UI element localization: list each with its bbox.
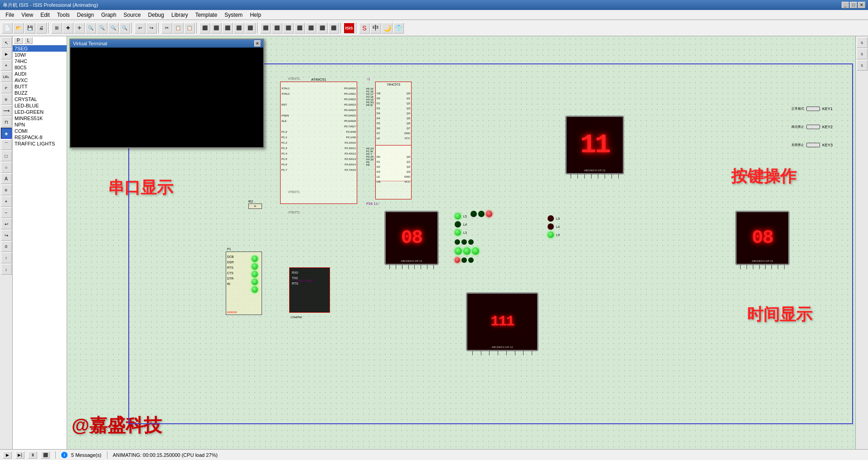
comp-item-npn[interactable]: NPN (13, 121, 67, 128)
tb-print[interactable]: 🖨 (36, 23, 47, 34)
tool-zoom-minus[interactable]: − (1, 207, 12, 218)
tb-block[interactable]: ⬛ (199, 23, 210, 34)
comp-item-respack[interactable]: RESPACK-8 (13, 134, 67, 140)
comp-item-audi[interactable]: AUDI (13, 71, 67, 77)
tool-rect[interactable]: □ (1, 150, 12, 161)
tb-moon[interactable]: 🌙 (382, 23, 393, 34)
tool-num[interactable]: 0 (1, 241, 12, 252)
menu-library[interactable]: Library (168, 11, 192, 19)
comp-item-butt[interactable]: BUTT (13, 83, 67, 90)
tb-paste[interactable]: 📋 (184, 23, 195, 34)
schematic-canvas[interactable]: Virtual Terminal ✕ AT89C51 XTAL1XTAL2RST… (67, 36, 855, 449)
tb-copy[interactable]: 📋 (173, 23, 184, 34)
tb-save[interactable]: 💾 (24, 23, 35, 34)
close-btn[interactable]: ✕ (858, 2, 865, 8)
menu-help[interactable]: Help (246, 11, 265, 19)
tool-label[interactable]: LBL (1, 71, 12, 82)
tl-brown1 (461, 257, 467, 263)
tb-probe5[interactable]: ⬛ (305, 23, 316, 34)
comp-item-minres[interactable]: MINRES51K (13, 115, 67, 121)
tool-up[interactable]: ↑ (1, 252, 12, 263)
stop-btn[interactable]: ⬛ (41, 451, 50, 459)
menu-view[interactable]: View (18, 11, 37, 19)
tb-block3[interactable]: ⬛ (222, 23, 233, 34)
comp-item-avxc[interactable]: AVXC (13, 77, 67, 83)
tb-redo[interactable]: ↪ (146, 23, 157, 34)
tb-move[interactable]: ✛ (74, 23, 85, 34)
tb-add[interactable]: ✚ (63, 23, 73, 34)
u5tex: #TEXT1 (288, 77, 300, 80)
rt-btn2[interactable]: S (857, 48, 868, 59)
menu-template[interactable]: Template (192, 11, 221, 19)
menu-file[interactable]: File (2, 11, 18, 19)
step-btn[interactable]: ▶| (15, 451, 24, 459)
tool-undo[interactable]: ↩ (1, 218, 12, 229)
tb-open[interactable]: 📂 (13, 23, 24, 34)
tb-probe2[interactable]: ⬛ (272, 23, 282, 34)
comp-item-7seg[interactable]: 7SEG (13, 45, 67, 52)
tb-probe6[interactable]: ⬛ (317, 23, 328, 34)
play-btn[interactable]: ▶ (3, 451, 12, 459)
comp-item-80c5[interactable]: 80C5 (13, 64, 67, 71)
menu-design[interactable]: Design (73, 11, 97, 19)
comp-item-led-blue[interactable]: LED-BLUE (13, 102, 67, 109)
comp-item-10w[interactable]: 10W/ (13, 52, 67, 58)
tb-new[interactable]: 📄 (2, 23, 13, 34)
menu-system[interactable]: System (221, 11, 246, 19)
tool-bus[interactable]: ≡ (1, 94, 12, 105)
comp-item-74hc[interactable]: 74HC (13, 58, 67, 64)
tb-undo[interactable]: ↩ (135, 23, 145, 34)
tb-probe3[interactable]: ⬛ (283, 23, 294, 34)
comp-item-led-green[interactable]: LED-GREEN (13, 109, 67, 115)
tool-redo[interactable]: ↪ (1, 230, 12, 241)
menu-edit[interactable]: Edit (37, 11, 53, 19)
rt-btn1[interactable]: S (857, 37, 868, 48)
tb-block2[interactable]: ⬛ (211, 23, 222, 34)
tb-s1[interactable]: S (359, 23, 370, 34)
minimize-btn[interactable]: _ (842, 2, 849, 8)
rt-btn3[interactable]: S (857, 60, 868, 71)
comp-item-traffic[interactable]: TRAFFIC LIGHTS (13, 140, 67, 147)
tool-pin[interactable]: ⊓ (1, 116, 12, 127)
menu-graph[interactable]: Graph (97, 11, 120, 19)
tool-symbol[interactable]: ≡ (1, 184, 12, 195)
u1-label: ↑1 (366, 77, 370, 81)
tool-select[interactable]: ↖ (1, 37, 12, 48)
comp-l-btn[interactable]: L (24, 37, 33, 44)
tb-zoom-area[interactable]: 🔍 (119, 23, 130, 34)
tb-block4[interactable]: ⬛ (233, 23, 244, 34)
tb-zoom-out[interactable]: 🔍 (97, 23, 107, 34)
tb-probe[interactable]: ⬛ (260, 23, 271, 34)
tb-zoom-fit[interactable]: 🔍 (108, 23, 119, 34)
menu-tools[interactable]: Tools (53, 11, 73, 19)
menu-source[interactable]: Source (120, 11, 145, 19)
tb-probe4[interactable]: ⬛ (294, 23, 305, 34)
tb-grid[interactable]: ⊞ (51, 23, 62, 34)
tb-shirt[interactable]: 👕 (393, 23, 404, 34)
tb-zh[interactable]: 中 (370, 23, 381, 34)
tb-cut[interactable]: ✂ (161, 23, 172, 34)
tool-circle[interactable]: ○ (1, 162, 12, 173)
pause-btn[interactable]: ⏸ (28, 451, 37, 459)
tb-probe7[interactable]: ⬛ (328, 23, 339, 34)
tool-place[interactable]: ◈ (1, 128, 12, 139)
tool-down[interactable]: ↓ (1, 264, 12, 275)
comp-item-crystal[interactable]: CRYSTAL (13, 96, 67, 102)
tool-component[interactable]: ▶ (1, 48, 12, 59)
tool-arc[interactable]: ⌒ (1, 139, 12, 150)
vterm-close-btn[interactable]: ✕ (254, 40, 261, 47)
tool-zoom-plus[interactable]: + (1, 196, 12, 207)
tb-zoom-in[interactable]: 🔍 (85, 23, 96, 34)
tool-wire[interactable]: ⟶ (1, 105, 12, 116)
menu-debug[interactable]: Debug (145, 11, 168, 19)
maximize-btn[interactable]: □ (850, 2, 857, 8)
tool-text2[interactable]: A (1, 173, 12, 184)
tool-junction[interactable]: + (1, 60, 12, 71)
comp-item-comi[interactable]: COMI (13, 128, 67, 134)
component-list[interactable]: 7SEG 10W/ 74HC 80C5 AUDI AVXC BUTT BUZZ … (13, 45, 67, 449)
comp-p-btn[interactable]: P (14, 37, 23, 44)
tool-text[interactable]: P (1, 82, 12, 93)
comp-item-buzz[interactable]: BUZZ (13, 90, 67, 96)
tb-block5[interactable]: ⬛ (245, 23, 256, 34)
tb-isis[interactable]: ISIS (344, 23, 354, 34)
